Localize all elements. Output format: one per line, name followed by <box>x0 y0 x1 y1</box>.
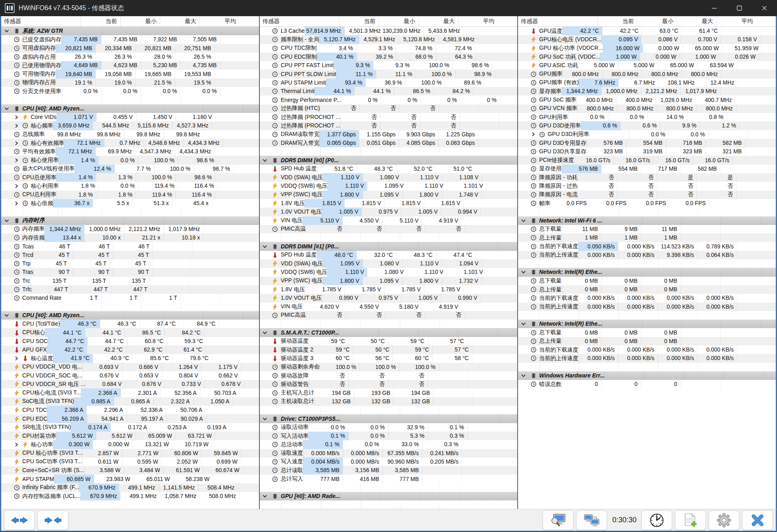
sensor-row[interactable]: VDDQ (SWB) 电压1.110 V1.095 V1.110 V1.101 … <box>260 182 518 190</box>
sensor-row[interactable]: 总下载量0 MB0 MB0 MB <box>518 277 776 285</box>
section-header-row[interactable]: Windows Hardware Err... <box>518 371 776 380</box>
section-header-row[interactable]: CPU [#0]: AMD Ryzen... <box>1 311 259 320</box>
sensor-row[interactable]: 可用虚拟内存20,821 MB20,334 MB20,821 MB20,751 … <box>1 44 259 53</box>
sensor-row[interactable]: APU STAPM Limit93.4 %36.9 %100.0 %89.6 % <box>260 78 518 87</box>
sensor-row[interactable]: SPD Hub 温度51.8 °C48.3 °C52.0 °C51.0 °C <box>260 165 518 173</box>
sensor-row[interactable]: 虚拟内存占用26.3 %26.3 %28.0 %26.5 % <box>1 53 259 61</box>
sensor-row[interactable]: CPU 核心功率 (SVI3 T...2.857 W2.771 W60.806 … <box>1 449 259 458</box>
sensor-row[interactable]: VDD (SWA) 电压1.110 V1.080 V1.110 V1.108 V <box>260 173 518 182</box>
chevron-right-icon[interactable] <box>14 123 19 128</box>
section-header-row[interactable]: GPU [#0]: AMD Rade... <box>260 492 518 500</box>
sensor-row[interactable]: GPU温度42.2 °C42.2 °C63.0 °C61.4 °C <box>518 27 776 35</box>
sensor-row[interactable]: 显存频率1,344.2 MHz1,000.0 MHz2,121.2 MHz1,0… <box>518 87 776 95</box>
expand-toggle[interactable] <box>12 139 21 147</box>
sensor-row[interactable]: CPU SOC44.7 °C44.7 °C60.8 °C59.3 °C <box>1 337 259 345</box>
sensor-row[interactable]: 读取速度0.000 MB/s0.000 MB/s67.355 MB/s0.241… <box>260 449 518 458</box>
expand-toggle[interactable] <box>12 121 21 130</box>
collapse-toggle[interactable] <box>518 371 529 380</box>
sensor-row[interactable]: 主机读取总计132 GB132 GB132 GB <box>260 397 518 406</box>
column-header-sensor[interactable]: 传感器 <box>518 16 597 26</box>
sensor-row[interactable]: 最大CPU/线程使用率12.4 %7.7 %100.0 %98.7 % <box>1 165 259 173</box>
maximize-button[interactable] <box>727 0 752 16</box>
sensor-row[interactable]: Trcd45 T45 T45 T <box>1 251 259 259</box>
sensor-row[interactable]: Tras90 T90 T90 T <box>1 268 259 276</box>
sensor-row[interactable]: GPU频率 (有效)7.6 MHz6.7 MHz108.1 MHz12.4 MH… <box>518 78 776 87</box>
sensor-row[interactable]: GPU ASIC 功耗5.000 W5.000 W65.000 W63.594 … <box>518 61 776 70</box>
chevron-down-icon[interactable] <box>521 373 526 378</box>
column-header-current[interactable]: 当前 <box>597 16 637 26</box>
close-sensors-button[interactable] <box>742 511 773 530</box>
section-header-row[interactable]: S.M.A.R.T.: CT1000P... <box>260 328 518 337</box>
sensor-row[interactable]: CPU (Tctl/Tdie)46.3 °C46.3 °C87.4 °C84.9… <box>1 320 259 328</box>
chevron-right-icon[interactable] <box>14 141 19 146</box>
sensor-row[interactable]: SPD Hub 温度48.0 °C32.0 °C48.3 °C47.4 °C <box>260 251 518 259</box>
sensor-row[interactable]: 内存控制器频率 (UCL...670.9 MHz499.1 MHz1,058.7… <box>1 492 259 500</box>
chevron-down-icon[interactable] <box>4 28 9 34</box>
sensor-row[interactable]: CPU总使用率1.4 %1.3 %100.0 %98.6 % <box>1 173 259 182</box>
collapse-toggle[interactable] <box>260 156 270 164</box>
section-header-row[interactable]: 内存时序 <box>1 216 259 225</box>
sensor-row[interactable]: 驱动器剩余寿命100.0 %100.0 %100.0 % <box>260 363 518 371</box>
chevron-right-icon[interactable] <box>14 356 19 361</box>
chevron-down-icon[interactable] <box>521 218 526 223</box>
sensor-row[interactable]: 1.8V 电压1.785 V1.785 V1.785 V1.785 V <box>260 285 518 294</box>
close-window-button[interactable] <box>752 0 777 16</box>
chevron-right-icon[interactable] <box>531 132 536 137</box>
expand-toggle[interactable] <box>12 354 21 362</box>
sensor-row[interactable]: 总线频率99.8 MHz99.8 MHz99.8 MHz99.8 MHz <box>1 130 259 139</box>
collapse-toggle[interactable] <box>518 216 529 225</box>
section-header-row[interactable]: Drive: CT1000P3PS5... <box>260 414 518 423</box>
sensor-row[interactable]: PCIe链接速度16.0 GT/s16.0 GT/s16.0 GT/s16.0 … <box>518 156 776 164</box>
collapse-toggle[interactable] <box>1 27 12 35</box>
chevron-down-icon[interactable] <box>4 218 9 223</box>
sensor-row[interactable]: DRAM写入带宽0.065 Gbps0.051 Gbps4.085 Gbps0.… <box>260 139 518 147</box>
sensor-row[interactable]: 1.8V 电压1.815 V1.815 V1.815 V1.815 V <box>260 199 518 208</box>
sensor-row[interactable]: 写入活动率0.1 %0.0 %5.3 %0.3 % <box>260 432 518 440</box>
sensor-row[interactable]: CPU VDDCR_SR 电压 ...0.684 V0.676 V0.733 V… <box>1 380 259 388</box>
sensor-row[interactable]: 驱动器故障否否否 <box>260 371 518 380</box>
collapse-toggle[interactable] <box>518 268 529 276</box>
sensor-row[interactable]: 可用物理内存19,640 MB19,058 MB19,665 MB19,553 … <box>1 70 259 78</box>
chevron-right-icon[interactable] <box>14 115 19 120</box>
settings-button[interactable] <box>709 511 739 530</box>
sensor-row[interactable]: 平均有效频率72.1 MHz69.9 MHz4,547.3 MHz4,434.3… <box>1 147 259 156</box>
sensor-row[interactable]: 过热降频 (HTC)否否否 <box>260 104 518 113</box>
sensor-row[interactable]: CPU核心44.1 °C44.1 °C86.5 °C84.2 °C <box>1 328 259 337</box>
sensor-row[interactable]: 内存频率1,344.2 MHz1,000.0 MHz2,121.2 MHz1,0… <box>1 225 259 233</box>
sensor-row[interactable]: CPU TDC2.368 A2.296 A52.336 A50.706 A <box>1 406 259 414</box>
sensor-row[interactable]: Infinity Fabric 频率 (F...670.9 MHz499.1 M… <box>1 483 259 492</box>
column-header-current[interactable]: 当前 <box>339 16 379 26</box>
sensor-row[interactable]: VDD (SWA) 电压1.095 V1.080 V1.110 V1.094 V <box>260 259 518 268</box>
chevron-right-icon[interactable] <box>14 158 19 163</box>
report-button[interactable] <box>675 511 706 530</box>
sensor-row[interactable]: GPU频率800.0 MHz800.0 MHz800.0 MHz800.0 MH… <box>518 70 776 78</box>
chevron-down-icon[interactable] <box>4 106 9 111</box>
column-header-min[interactable]: 最小 <box>120 16 160 26</box>
sensor-row[interactable]: 当前的下载速度0.050 KB/s0.000 KB/s114.523 KB/s0… <box>518 242 776 250</box>
section-header-row[interactable]: DDR5 DIMM [#1] (P0... <box>260 242 518 250</box>
sensor-row[interactable]: 当前的上传速度0.000 KB/s0.000 KB/s0.000 KB/s0.0… <box>518 303 776 311</box>
column-header-current[interactable]: 当前 <box>81 16 120 26</box>
sensor-row[interactable]: 降频原因 - 过热否否否否 <box>518 182 776 190</box>
sensor-row[interactable]: CPU VDDCR_VDD 电...0.693 V0.686 V1.264 V1… <box>1 363 259 371</box>
sensor-row[interactable]: GPU D3D利用率0.0 %0.0 % <box>518 130 776 139</box>
sensor-row[interactable]: APU GFX42.2 °C42.2 °C62.9 °C61.4 °C <box>1 345 259 354</box>
sensor-row[interactable]: 驱动器温度59 °C50 °C59 °C57 °C <box>260 337 518 345</box>
sensor-row[interactable]: 主机写入总计194 GB193 GB194 GB <box>260 388 518 397</box>
section-header-row[interactable]: CPU [#0]: AMD Ryzen... <box>1 104 259 113</box>
sensor-row[interactable]: VPP (SWC) 电压1.800 V1.095 V1.800 V1.748 V <box>260 191 518 199</box>
expand-toggle[interactable] <box>12 182 21 190</box>
expand-columns-button[interactable] <box>4 511 35 530</box>
sensor-row[interactable]: 驱动器警告否否否 <box>260 380 518 388</box>
collapse-toggle[interactable] <box>518 320 529 328</box>
sensor-row[interactable]: GPU SoC 功耗 (VDDC...1.000 W0.000 W1.000 W… <box>518 53 776 61</box>
reset-clock-button[interactable] <box>641 511 672 530</box>
sensor-row[interactable]: 降频原因 - 电流否否否否 <box>518 191 776 199</box>
sensor-row[interactable]: CPU PPT FAST Limit9.3 %9.3 %100.0 %98.6 … <box>260 61 518 70</box>
sensor-row[interactable]: CPU PPT SLOW Limit11.1 %11.1 %100.0 %98.… <box>260 70 518 78</box>
sensor-row[interactable]: 当前的下载速度0.000 KB/s0.000 KB/s0.000 KB/s0.0… <box>518 345 776 354</box>
expand-toggle[interactable] <box>529 130 538 139</box>
column-header-sensor[interactable]: 传感器 <box>260 16 339 26</box>
minimize-button[interactable] <box>702 0 727 16</box>
sensor-row[interactable]: GPU核心电压 (VDDCR...0.095 V0.086 V0.700 V0.… <box>518 35 776 44</box>
